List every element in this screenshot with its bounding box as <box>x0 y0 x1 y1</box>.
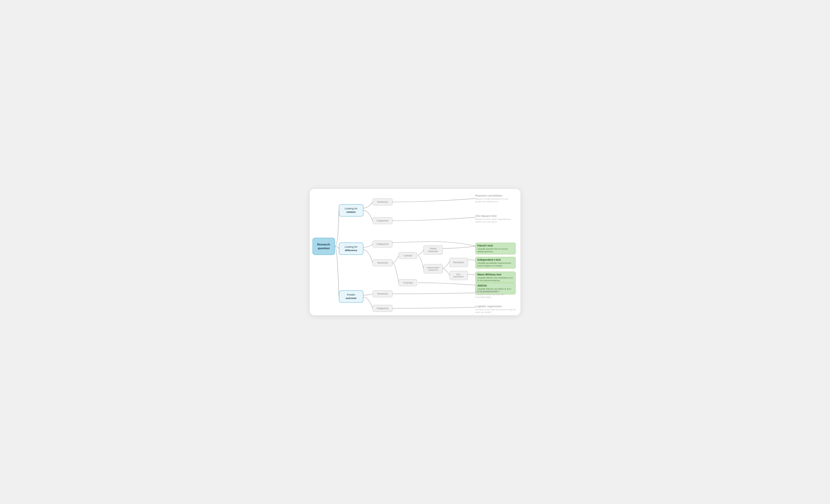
nonparametric-node: Non- parametric <box>450 271 468 280</box>
predict-label: Predictoutcome <box>346 293 356 300</box>
looking-for-relation-node: Looking forrelation <box>339 204 363 216</box>
research-question-label: Research question <box>317 242 330 250</box>
numerical-difference-node: Numerical <box>373 259 392 266</box>
research-question-node: Research question <box>313 238 335 255</box>
categorical-difference-node: Categorical <box>373 241 392 247</box>
looking-for-difference-node: Looking fordifference <box>339 242 363 255</box>
numerical-relation-node: Numerical <box>373 199 392 205</box>
independent-measures-node: Independent measures <box>423 264 443 273</box>
pearson-result: Pearson correlation Bepaal of lengte ger… <box>475 194 516 203</box>
paired-t-result: Paired t-test Vergelijk gewicht vóór en … <box>475 243 516 255</box>
two-groups-node: 2 groups <box>398 252 417 259</box>
indep-t-result: Independent t-test Vergelijk gemiddelde … <box>475 257 516 269</box>
categorical-relation-node: Categorical <box>373 217 392 224</box>
chi-result: Chi-Square test Bepaal of rokers vaker l… <box>475 214 516 224</box>
difference-label: Looking fordifference <box>345 245 357 252</box>
parametric-node: Parametric <box>450 258 468 267</box>
logistic-result: Logistic regression Voorspel of een klan… <box>475 305 516 314</box>
linear-result: Linear regression Voorspel huisprijs op … <box>475 290 516 299</box>
gt2-groups-node: >2 groups <box>398 279 417 286</box>
mann-result: Mann-Whitney test Vergelijk effecten van… <box>475 272 516 283</box>
numerical-predict-node: Numerical <box>373 290 392 297</box>
paired-measures-node: Paired measures <box>423 245 443 255</box>
diagram-container: Research question Looking forrelation Lo… <box>310 189 520 315</box>
categorical-predict-node: Categorical <box>373 305 392 312</box>
relation-label: Looking forrelation <box>345 207 357 214</box>
predict-outcome-node: Predictoutcome <box>339 290 363 303</box>
